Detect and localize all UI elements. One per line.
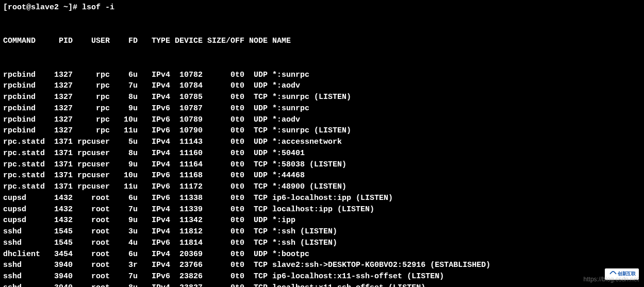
table-header-row: COMMAND PID USER FD TYPE DEVICE SIZE/OFF… [3,36,641,47]
table-row: rpcbind 1327 rpc 6u IPv4 10782 0t0 UDP *… [3,70,641,81]
table-row: cupsd 1432 root 6u IPv6 11338 0t0 TCP ip… [3,193,641,204]
lsof-output-table: COMMAND PID USER FD TYPE DEVICE SIZE/OFF… [3,13,641,287]
table-row: rpcbind 1327 rpc 9u IPv6 10787 0t0 UDP *… [3,103,641,114]
prompt-line: [root@slave2 ~]# lsof -i [3,2,641,13]
table-row: rpcbind 1327 rpc 10u IPv6 10789 0t0 UDP … [3,114,641,126]
watermark-text: https://blog.csdn.net [584,275,639,284]
table-row: cupsd 1432 root 9u IPv4 11342 0t0 UDP *:… [3,215,641,226]
table-row: rpcbind 1327 rpc 11u IPv6 10790 0t0 TCP … [3,125,641,137]
table-row: sshd 3940 root 3r IPv4 23766 0t0 TCP sla… [3,260,641,271]
table-row: rpcbind 1327 rpc 7u IPv4 10784 0t0 UDP *… [3,80,641,92]
table-row: rpc.statd 1371 rpcuser 11u IPv6 11172 0t… [3,181,641,193]
table-row: rpc.statd 1371 rpcuser 9u IPv4 11164 0t0… [3,159,641,171]
table-row: sshd 1545 root 3u IPv4 11812 0t0 TCP *:s… [3,226,641,238]
table-row: sshd 1545 root 4u IPv6 11814 0t0 TCP *:s… [3,238,641,249]
table-row: cupsd 1432 root 7u IPv4 11339 0t0 TCP lo… [3,204,641,215]
table-row: rpcbind 1327 rpc 8u IPv4 10785 0t0 TCP *… [3,92,641,103]
table-row: sshd 3940 root 8u IPv4 23827 0t0 TCP loc… [3,282,641,287]
table-row: rpc.statd 1371 rpcuser 10u IPv6 11168 0t… [3,170,641,181]
table-row: rpc.statd 1371 rpcuser 8u IPv4 11160 0t0… [3,148,641,159]
command-text: lsof -i [82,3,114,12]
table-row: sshd 3940 root 7u IPv6 23826 0t0 TCP ip6… [3,271,641,282]
table-body: rpcbind 1327 rpc 6u IPv4 10782 0t0 UDP *… [3,70,641,288]
table-row: dhclient 3454 root 6u IPv4 20369 0t0 UDP… [3,249,641,260]
shell-prompt: [root@slave2 ~]# [3,3,82,12]
table-row: rpc.statd 1371 rpcuser 5u IPv4 11143 0t0… [3,137,641,148]
